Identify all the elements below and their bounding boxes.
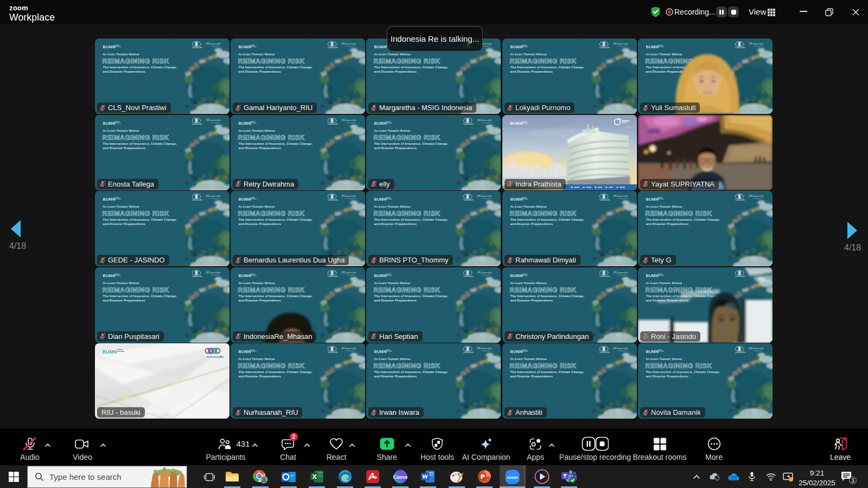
svg-text:3: 3 <box>851 478 854 484</box>
svg-text:Canva: Canva <box>393 474 407 480</box>
svg-text:IndonesiaRe: IndonesiaRe <box>207 355 224 358</box>
svg-text:BUMN: BUMN <box>103 349 117 355</box>
svg-text:zoom: zoom <box>507 475 518 480</box>
svg-text:BUMN: BUMN <box>510 121 523 126</box>
